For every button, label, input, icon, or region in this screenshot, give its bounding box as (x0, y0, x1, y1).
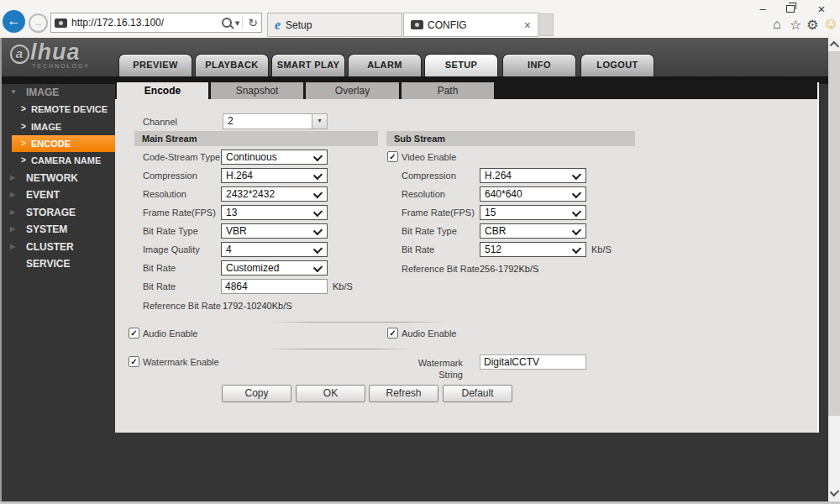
chevron-right-icon: > (21, 118, 26, 135)
check-icon: ✓ (130, 357, 137, 366)
resolution-select[interactable]: 2432*2432 (221, 186, 328, 202)
watermark-enable-checkbox[interactable]: ✓ (129, 356, 139, 367)
select-value: Continuous (226, 151, 277, 163)
frame-rate-select[interactable]: 13 (221, 205, 328, 220)
select-value: VBR (226, 225, 247, 237)
nav-logout-button[interactable]: LOGOUT (580, 54, 654, 76)
triangle-right-icon: ▶ (10, 204, 15, 221)
search-icon[interactable] (222, 18, 232, 28)
sub-compression-select[interactable]: H.264 (480, 168, 586, 183)
chevron-down-icon (313, 189, 323, 198)
select-value: 13 (226, 207, 237, 218)
feedback-smiley-icon[interactable]: ☺ (823, 15, 838, 33)
copy-button[interactable]: Copy (222, 385, 291, 402)
tab-snapshot[interactable]: Snapshot (211, 82, 303, 99)
sub-resolution-select[interactable]: 640*640 (480, 186, 586, 202)
triangle-right-icon: ▶ (10, 170, 15, 186)
nav-info-button[interactable]: INFO (502, 54, 576, 76)
settings-gear-icon[interactable]: ⚙ (806, 17, 818, 33)
refresh-icon[interactable]: ↻ (248, 16, 258, 29)
browser-tab-setup[interactable]: e Setup (267, 13, 402, 37)
vertical-scrollbar[interactable] (828, 38, 840, 501)
divider (267, 349, 412, 349)
tab-path[interactable]: Path (402, 82, 494, 99)
divider (269, 322, 447, 323)
sidebar-label: CLUSTER SERVICE (26, 239, 115, 272)
chevron-down-icon (313, 263, 323, 272)
address-bar[interactable]: http://172.16.13.100/ ▾ ↻ (50, 13, 262, 33)
tab-encode[interactable]: Encode (117, 82, 208, 99)
refresh-button[interactable]: Refresh (369, 385, 438, 402)
window-minimize-button[interactable]: – (753, 3, 772, 16)
sub-stream-header: Sub Stream (386, 131, 635, 146)
sub-reference-bit-rate-value: 256-1792Kb/S (480, 261, 538, 276)
image-quality-select[interactable]: 4 (221, 242, 328, 257)
bit-rate-mode-select[interactable]: Customized (221, 260, 328, 276)
code-stream-type-select[interactable]: Continuous (221, 150, 328, 165)
nav-alarm-button[interactable]: ALARM (348, 54, 422, 76)
new-tab-stub[interactable] (539, 13, 554, 36)
tab-overlay[interactable]: Overlay (306, 82, 399, 99)
sidebar-item-encode-selected[interactable]: > ENCODE (12, 135, 115, 152)
sub-compression-label: Compression (402, 168, 456, 183)
compression-select[interactable]: H.264 (221, 168, 328, 183)
channel-select[interactable]: 2 ▾ (223, 113, 328, 129)
window-restore-button[interactable] (786, 5, 795, 13)
watermark-string-label: Watermark String (392, 357, 463, 369)
sidebar-group-storage[interactable]: ▶ STORAGE (0, 204, 115, 221)
sidebar-item-camera-name[interactable]: > CAMERA NAME (0, 152, 115, 169)
sidebar-item-remote-device[interactable]: > REMOTE DEVICE (0, 101, 115, 118)
nav-setup-button[interactable]: SETUP (424, 54, 498, 76)
select-value: 15 (485, 207, 496, 218)
sidebar-item-image[interactable]: > IMAGE (0, 118, 115, 135)
tab-close-icon[interactable]: × (524, 19, 531, 31)
browser-forward-button[interactable]: → (29, 13, 48, 33)
select-value: 512 (485, 244, 501, 255)
channel-label: Channel (143, 114, 177, 129)
reference-bit-rate-value: 1792-10240Kb/S (223, 298, 292, 313)
sub-frame-rate-select[interactable]: 15 (480, 205, 586, 220)
nav-playback-button[interactable]: PLAYBACK (195, 54, 269, 76)
dropdown-arrow-icon[interactable]: ▾ (312, 114, 327, 129)
sidebar-label: ENCODE (31, 135, 71, 152)
audio-enable-main-checkbox[interactable]: ✓ (129, 328, 139, 339)
select-value: CBR (485, 225, 506, 237)
bit-rate-input[interactable] (221, 279, 328, 294)
browser-tab-config[interactable]: CONFIG × (403, 13, 538, 37)
sidebar-group-event[interactable]: ▶ EVENT (0, 186, 115, 203)
sidebar-group-cluster-service[interactable]: ▶ CLUSTER SERVICE (0, 239, 115, 255)
favorites-star-icon[interactable]: ☆ (790, 17, 801, 33)
triangle-right-icon: ▶ (10, 221, 15, 238)
sub-bit-rate-type-select[interactable]: CBR (480, 223, 586, 239)
browser-back-button[interactable]: ← (3, 10, 25, 33)
scrollbar-thumb[interactable] (828, 51, 840, 416)
ok-button[interactable]: OK (296, 385, 365, 402)
nav-smart-play-button[interactable]: SMART PLAY (271, 54, 345, 76)
default-button[interactable]: Default (443, 385, 512, 402)
bit-rate-type-label: Bit Rate Type (143, 223, 198, 239)
sidebar-group-image[interactable]: ▼ IMAGE (0, 84, 115, 101)
nav-preview-button[interactable]: PREVIEW (118, 54, 192, 76)
camera-favicon-icon (55, 18, 67, 28)
scroll-down-icon[interactable] (830, 487, 839, 496)
chevron-down-icon (572, 207, 581, 217)
window-edge (0, 38, 2, 501)
video-enable-checkbox[interactable]: ✓ (387, 151, 398, 162)
chevron-down-icon (313, 226, 323, 235)
sub-frame-rate-label: Frame Rate(FPS) (402, 205, 475, 220)
sub-bit-rate-select[interactable]: 512 (480, 242, 586, 257)
watermark-string-input[interactable] (480, 354, 586, 370)
bit-rate-type-select[interactable]: VBR (221, 223, 328, 239)
main-stream-header: Main Stream (134, 131, 378, 146)
url-text[interactable]: http://172.16.13.100/ (71, 17, 218, 29)
scroll-up-icon[interactable] (830, 41, 839, 50)
window-close-button[interactable]: × (812, 3, 831, 16)
bit-rate-label: Bit Rate (143, 279, 176, 294)
sub-resolution-label: Resolution (402, 186, 445, 202)
sidebar-group-network[interactable]: ▶ NETWORK (0, 170, 115, 186)
sidebar-group-system[interactable]: ▶ SYSTEM (0, 221, 115, 238)
audio-enable-sub-checkbox[interactable]: ✓ (387, 328, 398, 339)
divider (242, 16, 243, 29)
search-dropdown-icon[interactable]: ▾ (235, 18, 240, 29)
home-icon[interactable]: ⌂ (773, 17, 781, 32)
